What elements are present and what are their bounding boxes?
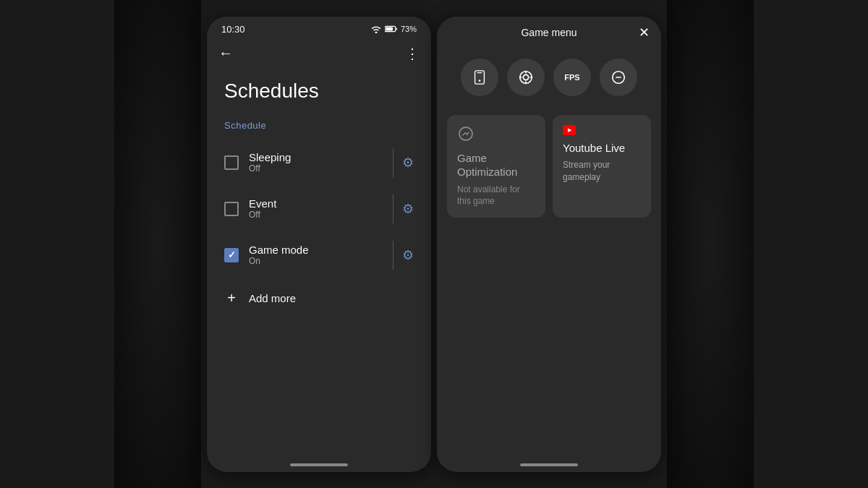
status-time: 10:30 [221, 24, 245, 35]
page-title: Schedules [224, 80, 414, 103]
checkbox-event[interactable] [224, 202, 239, 216]
close-button[interactable]: ✕ [639, 26, 650, 39]
phone-left: 10:30 73% ← [207, 17, 431, 472]
game-optimization-icon [457, 125, 475, 142]
cards-section: Game Optimization Not available for this… [437, 106, 661, 227]
youtube-live-card[interactable]: Youtube Live Stream your gameplay [553, 115, 651, 218]
gear-event[interactable]: ⚙ [402, 201, 414, 217]
item-status-event: Off [249, 210, 384, 220]
item-text-sleeping: Sleeping Off [249, 151, 384, 174]
game-optimization-subtitle: Not available for this game [457, 184, 535, 208]
battery-icon [385, 25, 398, 33]
add-plus-icon: + [224, 290, 239, 307]
item-text-event: Event Off [249, 197, 384, 220]
right-vignette [667, 0, 754, 488]
phones-container: 10:30 73% ← [207, 17, 661, 472]
item-status-gamemode: On [249, 256, 384, 266]
quick-actions-row: FPS [437, 48, 661, 106]
section-label: Schedule [224, 120, 414, 131]
svg-rect-1 [386, 27, 393, 31]
battery-percent: 73% [401, 25, 417, 33]
svg-point-6 [523, 74, 528, 80]
schedule-item-sleeping[interactable]: Sleeping Off ⚙ [224, 140, 414, 186]
item-status-sleeping: Off [249, 163, 384, 174]
target-icon [518, 69, 534, 85]
left-vignette [114, 0, 201, 488]
more-button[interactable]: ⋮ [405, 45, 420, 62]
add-more-label: Add more [249, 292, 296, 304]
game-menu-header: Game menu ✕ [437, 17, 661, 48]
focus-button[interactable] [507, 59, 545, 96]
wifi-icon [370, 25, 382, 33]
schedule-item-gamemode[interactable]: Game mode On ⚙ [224, 232, 414, 278]
svg-line-14 [467, 132, 469, 134]
screenshot-button[interactable] [461, 59, 498, 96]
item-text-gamemode: Game mode On [249, 244, 384, 266]
screenshot-icon [472, 69, 488, 85]
divider-gamemode [393, 241, 393, 270]
divider-event [393, 194, 393, 223]
nav-bar-left: ← ⋮ [207, 39, 431, 68]
gear-sleeping[interactable]: ⚙ [402, 155, 414, 171]
fps-label: FPS [564, 73, 579, 82]
item-name-event: Event [249, 197, 384, 210]
home-indicator-left [290, 463, 348, 466]
item-name-sleeping: Sleeping [249, 151, 384, 163]
add-more-row[interactable]: + Add more [224, 278, 414, 318]
game-menu-title: Game menu [521, 27, 576, 38]
item-name-gamemode: Game mode [249, 244, 384, 256]
game-optimization-card[interactable]: Game Optimization Not available for this… [447, 115, 545, 218]
phone-right: Game menu ✕ [437, 17, 661, 472]
minus-button[interactable] [600, 59, 637, 96]
youtube-live-subtitle: Stream your gameplay [563, 159, 641, 184]
back-button[interactable]: ← [218, 45, 233, 61]
home-indicator-right [520, 463, 578, 466]
gear-gamemode[interactable]: ⚙ [402, 247, 414, 263]
divider-sleeping [393, 148, 393, 177]
youtube-icon [563, 125, 576, 135]
checkbox-sleeping[interactable] [224, 155, 239, 170]
status-icons: 73% [370, 25, 417, 33]
game-optimization-title: Game Optimization [457, 151, 535, 179]
schedule-item-event[interactable]: Event Off ⚙ [224, 186, 414, 232]
schedules-content: Schedules Schedule Sleeping Off ⚙ [207, 68, 431, 330]
svg-point-4 [479, 80, 481, 82]
fps-button[interactable]: FPS [553, 59, 591, 96]
checkbox-gamemode[interactable] [224, 248, 239, 262]
minus-circle-icon [610, 69, 626, 85]
youtube-live-title: Youtube Live [563, 141, 641, 155]
status-bar-left: 10:30 73% [207, 17, 431, 39]
